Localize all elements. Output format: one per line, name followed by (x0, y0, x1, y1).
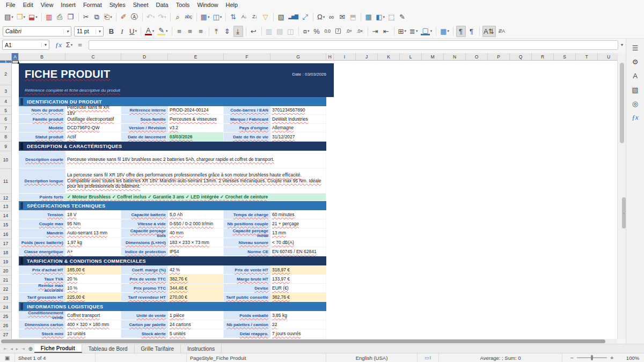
functions-deck-icon[interactable]: ƒx (629, 112, 642, 123)
field-value[interactable]: PROD-2024-00124 (168, 106, 224, 115)
highlighting-color-button[interactable]: ✎▾ (156, 26, 169, 37)
align-top-button[interactable]: ⤒ (212, 26, 222, 37)
previous-sheet-button[interactable]: ◂ (9, 346, 14, 351)
field-value[interactable]: 1 pièce (168, 311, 224, 320)
row-header[interactable]: 20 (0, 267, 12, 276)
cut-button[interactable]: ✂ (82, 11, 91, 23)
sheet-canvas[interactable]: FICHE PRODUIT Date : 03/03/2026 Référenc… (12, 61, 617, 339)
menu-item[interactable]: Insert (57, 0, 79, 10)
field-value[interactable]: 225,00 € (65, 293, 121, 302)
name-box[interactable]: A1 ▾ (2, 40, 49, 50)
conditional-formatting-button[interactable]: ▦▾ (439, 26, 450, 37)
sheet-tab[interactable]: Fiche Produit (34, 344, 82, 353)
properties-deck-icon[interactable]: ⚙ (629, 56, 642, 68)
print-area-button[interactable]: ▦ (364, 11, 374, 23)
export-pdf-button[interactable]: ▥ (45, 11, 54, 23)
column-header[interactable]: N (444, 53, 466, 61)
field-value[interactable]: 03/03/2026 (168, 132, 224, 142)
open-file-button[interactable]: ❒▾ (16, 11, 26, 23)
row-header[interactable]: 19 (0, 257, 12, 267)
column-header[interactable]: C (65, 53, 121, 61)
horizontal-scrollbar-thumb[interactable] (1, 339, 605, 343)
field-value[interactable]: ✓ Moteur Brushless ✓ Coffret inclus ✓ Ga… (65, 194, 326, 201)
field-value[interactable]: Perceuses & visseuses (168, 115, 224, 124)
field-value[interactable]: 5,0 Ah (168, 210, 224, 219)
columns-menu-button[interactable]: ◫▾ (211, 11, 223, 23)
split-window-button[interactable]: ⬚ (387, 11, 397, 23)
field-value[interactable]: 1,97 kg (65, 238, 121, 247)
row-header[interactable]: 16 (0, 230, 12, 239)
find-replace-button[interactable]: ⌕ (173, 11, 183, 23)
function-wizard-icon[interactable]: ƒx (54, 39, 63, 50)
gallery-deck-icon[interactable]: ▧ (629, 84, 642, 95)
column-header[interactable]: T (576, 53, 598, 61)
insert-chart-button[interactable]: ▂▅▇ (287, 11, 299, 23)
column-header[interactable]: J (356, 53, 378, 61)
field-value[interactable]: 3,85 kg (270, 311, 326, 320)
column-header[interactable]: A (12, 53, 19, 61)
navigator-deck-icon[interactable]: ◎ (629, 98, 642, 109)
field-value[interactable]: 133,97 € (270, 275, 326, 284)
merge-cells-button[interactable]: ▤ (275, 26, 285, 37)
column-header[interactable]: I (334, 53, 356, 61)
field-value[interactable]: Actif (65, 132, 121, 142)
chevron-down-icon[interactable]: ▾ (41, 42, 47, 47)
field-value[interactable]: 10 unités (65, 329, 121, 338)
column-header[interactable]: P (488, 53, 510, 61)
language-status[interactable]: English (USA) (326, 353, 418, 362)
field-value[interactable]: < 70 dB(A) (270, 238, 326, 247)
page-style-status[interactable]: PageStyle_Fiche Produit (187, 353, 326, 362)
border-style-button[interactable]: ≣▾ (408, 26, 419, 37)
print-preview-button[interactable]: ❐ (66, 11, 76, 23)
row-header[interactable]: 25 (0, 312, 12, 321)
wrap-text-button[interactable]: ↩ (249, 26, 259, 37)
column-header[interactable]: L (400, 53, 422, 61)
menu-item[interactable]: Edit (19, 0, 37, 10)
field-value[interactable]: 318,97 € (270, 265, 326, 275)
sum-icon[interactable]: Σ▾ (64, 39, 74, 50)
field-value[interactable]: 0-550 / 0-2 000 tr/min (168, 219, 224, 228)
font-color-button[interactable]: A▾ (144, 26, 155, 37)
bold-button[interactable]: B (107, 26, 116, 37)
insert-hyperlink-button[interactable]: ∞ (327, 11, 336, 23)
sheet-tab[interactable]: Instructions (181, 344, 222, 353)
column-header[interactable]: E (168, 53, 224, 61)
column-header[interactable]: S (554, 53, 576, 61)
zoom-percent[interactable]: 100% (621, 353, 644, 362)
row-header[interactable]: 8 (0, 132, 12, 142)
sort-ascending-button[interactable]: A↓ (239, 11, 249, 23)
menu-item[interactable]: Styles (106, 0, 129, 10)
field-value[interactable]: DeWalt Industries (270, 115, 326, 124)
copy-button[interactable]: ⧉ (92, 11, 102, 23)
selected-cell-a1[interactable] (12, 61, 19, 63)
row-header[interactable]: 26 (0, 321, 12, 330)
column-header[interactable]: Q (510, 53, 532, 61)
spelling-button[interactable]: abç (184, 11, 194, 23)
add-decimal-button[interactable]: .0+ (345, 26, 354, 37)
field-value[interactable]: Coffret transport (65, 311, 121, 320)
column-header[interactable]: G (270, 53, 326, 61)
row-header[interactable]: 10 (0, 151, 12, 169)
row-header[interactable]: 24 (0, 303, 12, 312)
zoom-track[interactable] (577, 357, 607, 358)
zoom-in-button[interactable]: + (610, 354, 613, 361)
field-value[interactable]: 22 (270, 320, 326, 329)
column-header[interactable]: F (224, 53, 270, 61)
merge-and-center-button[interactable]: ▥ (265, 26, 274, 37)
row-header[interactable]: 14 (0, 211, 12, 220)
save-button[interactable]: ⬓▾ (27, 11, 39, 23)
field-value[interactable]: EUR (€) (270, 284, 326, 293)
unmerge-cells-button[interactable]: ◫ (286, 26, 296, 37)
redo-button[interactable]: ↷▾ (157, 11, 167, 23)
field-value[interactable]: A+ (65, 247, 121, 256)
increase-indent-button[interactable]: ⇥ (371, 26, 380, 37)
column-header[interactable]: D (121, 53, 168, 61)
field-value[interactable]: Perceuse visseuse sans fil 18V brushless… (65, 151, 326, 168)
align-bottom-button[interactable]: ⤓ (233, 26, 243, 37)
field-value[interactable]: 3701234567890 (270, 106, 326, 115)
delete-decimal-button[interactable]: .0× (355, 26, 365, 37)
column-header[interactable]: R (532, 53, 554, 61)
document-modified-icon[interactable]: ▣ (0, 353, 15, 362)
autofilter-button[interactable]: ▽ (261, 11, 270, 23)
selection-mode-icon[interactable]: ▭I (418, 353, 439, 362)
